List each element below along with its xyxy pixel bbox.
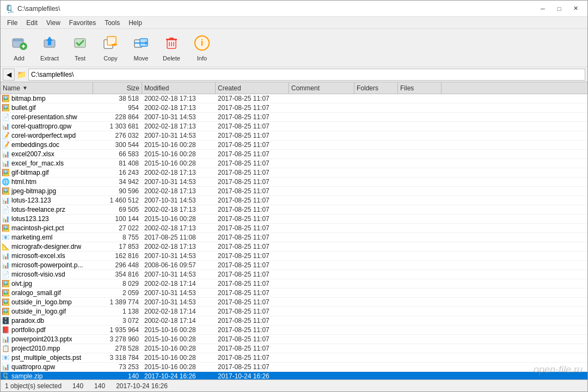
sort-arrow: ▼ [22, 85, 28, 91]
file-name-cell: 🖼️ macintosh-pict.pct [1, 224, 93, 232]
table-row[interactable]: 📄 microsoft-visio.vsd 354 816 2007-10-31… [1, 270, 587, 279]
menu-item-help[interactable]: Help [124, 18, 146, 28]
col-size-header[interactable]: Size [93, 82, 142, 94]
minimize-button[interactable]: ─ [535, 3, 550, 14]
file-size: 954 [93, 104, 142, 112]
table-row[interactable]: 📊 microsoft-excel.xls 162 816 2007-10-31… [1, 252, 587, 261]
file-created: 2017-08-25 11:07 [216, 308, 289, 315]
table-row[interactable]: 📊 microsoft-powerpoint.p... 296 448 2008… [1, 261, 587, 270]
table-row[interactable]: 🗜️ sample.zip 140 2017-10-24 16:26 2017-… [1, 372, 587, 379]
table-row[interactable]: 📊 powerpoint2013.pptx 3 278 960 2015-10-… [1, 335, 587, 344]
table-row[interactable]: 🖼️ outside_in_logo.bmp 1 389 774 2007-10… [1, 298, 587, 307]
file-name-cell: 🖼️ gif-bitmap.gif [1, 169, 93, 176]
file-created: 2017-08-25 11:07 [216, 326, 289, 334]
file-type-icon: 📧 [2, 234, 10, 241]
file-name-cell: 📝 corel-wordperfect.wpd [1, 132, 93, 139]
toolbar-info-button[interactable]: iInfo [188, 32, 216, 64]
table-row[interactable]: 📊 lotus123.123 100 144 2015-10-16 00:28 … [1, 215, 587, 224]
col-created-header[interactable]: Created [216, 82, 289, 94]
file-created: 2017-08-25 11:07 [216, 95, 289, 102]
file-name-cell: 📄 lotus-freelance.prz [1, 206, 93, 213]
back-button[interactable]: ◀ [3, 69, 15, 81]
table-row[interactable]: 📋 project2010.mpp 278 528 2015-10-16 00:… [1, 344, 587, 353]
file-modified: 2007-10-31 14:53 [142, 252, 216, 260]
file-created: 2017-08-25 11:07 [216, 234, 289, 241]
file-name-cell: 🌐 html.htm [1, 178, 93, 186]
file-type-icon: 🖼️ [2, 298, 10, 306]
file-size: 81 408 [93, 160, 142, 167]
table-row[interactable]: 📝 embeddings.doc 300 544 2015-10-16 00:2… [1, 140, 587, 150]
table-row[interactable]: 📊 excel_for_mac.xls 81 408 2015-10-16 00… [1, 159, 587, 168]
file-name-cell: 📕 portfolio.pdf [1, 326, 93, 334]
file-name-cell: 📊 lotus123.123 [1, 215, 93, 223]
col-name-header[interactable]: Name ▼ [1, 82, 93, 94]
file-created: 2017-08-25 11:07 [216, 160, 289, 167]
file-size: 34 942 [93, 178, 142, 186]
toolbar-add-button[interactable]: Add [5, 32, 33, 64]
col-folders-header[interactable]: Folders [354, 82, 398, 94]
content-area: Name ▼ Size Modified Created Comment Fol… [1, 82, 587, 379]
table-row[interactable]: 📐 micrografx-designer.drw 17 853 2002-02… [1, 242, 587, 252]
table-row[interactable]: 🌐 html.htm 34 942 2007-10-31 14:53 2017-… [1, 177, 587, 187]
maximize-button[interactable]: □ [552, 3, 567, 14]
file-type-icon: 📧 [2, 354, 10, 362]
toolbar-extract-button[interactable]: Extract [35, 32, 64, 64]
table-row[interactable]: 📊 excel2007.xlsx 66 583 2015-10-16 00:28… [1, 150, 587, 159]
menu-item-tools[interactable]: Tools [100, 18, 124, 28]
file-modified: 2002-02-18 17:13 [142, 95, 216, 102]
table-row[interactable]: 📄 corel-presentation.shw 228 864 2007-10… [1, 113, 587, 122]
file-name-cell: 🖼️ outside_in_logo.gif [1, 308, 93, 315]
file-modified: 2015-10-16 00:28 [142, 335, 216, 343]
table-row[interactable]: 📧 pst_multiple_objects.pst 3 318 784 201… [1, 353, 587, 363]
file-size: 300 544 [93, 141, 142, 149]
file-size: 1 303 681 [93, 122, 142, 130]
col-files-header[interactable]: Files [398, 82, 442, 94]
file-name-cell: 📄 corel-presentation.shw [1, 113, 93, 121]
file-name: html.htm [11, 178, 36, 186]
file-name: oralogo_small.gif [11, 289, 61, 297]
table-row[interactable]: 📊 quattropro.qpw 73 253 2015-10-16 00:28… [1, 363, 587, 372]
file-size: 140 [93, 372, 142, 379]
col-comment-header[interactable]: Comment [289, 82, 354, 94]
menu-item-favorites[interactable]: Favorites [65, 18, 100, 28]
table-row[interactable]: 🖼️ gif-bitmap.gif 16 243 2002-02-18 17:1… [1, 168, 587, 177]
col-modified-header[interactable]: Modified [142, 82, 216, 94]
close-button[interactable]: ✕ [568, 3, 583, 14]
table-row[interactable]: 🖼️ bitmap.bmp 38 518 2002-02-18 17:13 20… [1, 94, 587, 103]
toolbar-copy-button[interactable]: Copy [96, 32, 125, 64]
file-type-icon: 📊 [2, 150, 10, 158]
table-row[interactable]: 🖼️ jpeg-bitmap.jpg 90 596 2002-02-18 17:… [1, 187, 587, 196]
file-name: jpeg-bitmap.jpg [11, 187, 56, 195]
table-row[interactable]: 🗄️ paradox.db 3 072 2002-02-18 17:14 201… [1, 316, 587, 326]
toolbar: AddExtractTestCopyMoveDeleteiInfo [1, 29, 587, 67]
table-row[interactable]: 📄 lotus-freelance.prz 69 505 2002-02-18 … [1, 205, 587, 215]
test-icon [71, 34, 89, 54]
file-table[interactable]: Name ▼ Size Modified Created Comment Fol… [1, 82, 587, 379]
menu-item-edit[interactable]: Edit [22, 18, 42, 28]
file-created: 2017-08-25 11:07 [216, 363, 289, 371]
toolbar-move-button[interactable]: Move [127, 32, 155, 64]
table-row[interactable]: 🖼️ oralogo_small.gif 2 059 2007-10-31 14… [1, 289, 587, 298]
file-size: 278 528 [93, 345, 142, 352]
table-row[interactable]: 📝 corel-wordperfect.wpd 276 032 2007-10-… [1, 131, 587, 140]
file-modified: 2015-10-16 00:28 [142, 141, 216, 149]
table-row[interactable]: 🖼️ outside_in_logo.gif 1 138 2002-02-18 … [1, 307, 587, 316]
table-row[interactable]: 📊 lotus-123.123 1 460 512 2007-10-31 14:… [1, 196, 587, 205]
file-type-icon: 🗜️ [2, 372, 10, 379]
table-row[interactable]: 🖼️ macintosh-pict.pct 27 022 2002-02-18 … [1, 224, 587, 233]
address-input[interactable] [28, 69, 585, 81]
menu-item-view[interactable]: View [42, 18, 65, 28]
table-row[interactable]: 🖼️ oivt.jpg 8 029 2002-02-18 17:14 2017-… [1, 279, 587, 289]
table-row[interactable]: 📕 portfolio.pdf 1 935 964 2015-10-16 00:… [1, 326, 587, 335]
toolbar-delete-button[interactable]: Delete [157, 32, 186, 64]
menu-item-file[interactable]: File [3, 18, 22, 28]
table-row[interactable]: 📧 marketing.eml 8 755 2017-08-25 11:08 2… [1, 233, 587, 242]
table-row[interactable]: 📊 corel-quattropro.qpw 1 303 681 2002-02… [1, 122, 587, 131]
file-created: 2017-08-25 11:07 [216, 150, 289, 158]
file-name-cell: 🖼️ oralogo_small.gif [1, 289, 93, 297]
file-name: oivt.jpg [11, 280, 32, 287]
file-type-icon: 🖼️ [2, 104, 10, 112]
table-row[interactable]: 🖼️ bullet.gif 954 2002-02-18 17:13 2017-… [1, 103, 587, 113]
toolbar-test-button[interactable]: Test [66, 32, 94, 64]
file-name: microsoft-excel.xls [11, 252, 65, 260]
